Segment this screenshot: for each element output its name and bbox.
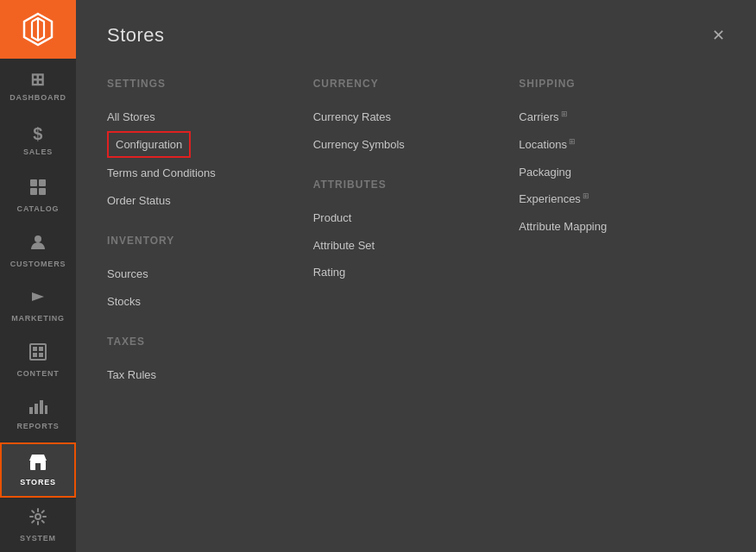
experiences-ext-icon: ⊞	[583, 191, 589, 200]
system-icon	[28, 507, 47, 529]
svg-rect-3	[39, 188, 46, 195]
sidebar-label-catalog: CATALOG	[17, 204, 60, 213]
link-attribute-set[interactable]: Attribute Set	[313, 232, 502, 260]
svg-rect-7	[33, 347, 37, 351]
svg-rect-10	[39, 353, 43, 357]
stores-panel: Stores ✕ Settings All Stores Configurati…	[76, 0, 756, 552]
magento-logo	[21, 12, 55, 47]
stores-icon	[28, 453, 47, 473]
svg-rect-13	[40, 400, 43, 414]
sidebar-label-sales: SALES	[23, 147, 53, 156]
sidebar-item-catalog[interactable]: CATALOG	[0, 168, 76, 223]
menu-grid: Settings All Stores Configuration Terms …	[107, 74, 725, 389]
inventory-heading: Inventory	[107, 235, 296, 247]
sidebar-item-content[interactable]: CONTENT	[0, 333, 76, 388]
reports-svg	[28, 398, 47, 414]
link-currency-rates[interactable]: Currency Rates	[313, 104, 502, 131]
svg-point-4	[35, 235, 41, 242]
column-settings: Settings All Stores Configuration Terms …	[107, 74, 313, 389]
link-sources[interactable]: Sources	[107, 260, 296, 288]
locations-ext-icon: ⊞	[569, 137, 576, 146]
sidebar-item-dashboard[interactable]: ⊞ DASHBOARD	[0, 59, 76, 114]
svg-rect-14	[45, 405, 47, 414]
svg-rect-16	[35, 463, 41, 470]
catalog-icon	[28, 178, 47, 199]
svg-marker-5	[32, 292, 44, 301]
link-stocks[interactable]: Stocks	[107, 288, 296, 316]
svg-rect-2	[30, 188, 37, 195]
link-carriers[interactable]: Carriers⊞	[519, 104, 708, 131]
svg-rect-8	[39, 347, 43, 351]
shipping-heading: Shipping	[519, 78, 708, 90]
link-configuration[interactable]: Configuration	[107, 131, 191, 159]
sidebar-item-marketing[interactable]: MARKETING	[0, 278, 76, 333]
sidebar-item-customers[interactable]: CUSTOMERS	[0, 223, 76, 279]
sidebar-label-reports: REPORTS	[16, 422, 59, 430]
sidebar-logo	[0, 0, 76, 59]
svg-rect-1	[39, 179, 46, 186]
link-tax-rules[interactable]: Tax Rules	[107, 361, 296, 389]
link-packaging[interactable]: Packaging	[519, 159, 708, 186]
link-locations[interactable]: Locations⊞	[519, 131, 708, 159]
link-experiences[interactable]: Experiences⊞	[519, 185, 708, 213]
system-svg	[28, 507, 47, 526]
taxes-heading: Taxes	[107, 336, 296, 348]
settings-heading: Settings	[107, 78, 296, 90]
svg-rect-12	[35, 404, 38, 414]
link-terms[interactable]: Terms and Conditions	[107, 160, 296, 187]
sales-icon: $	[33, 125, 43, 142]
marketing-icon	[28, 287, 47, 309]
close-button[interactable]: ✕	[712, 28, 725, 43]
sidebar-label-content: CONTENT	[16, 369, 59, 378]
sidebar-label-dashboard: DASHBOARD	[9, 93, 66, 102]
link-order-status[interactable]: Order Status	[107, 187, 296, 215]
attributes-heading: Attributes	[313, 179, 502, 191]
carriers-ext-icon: ⊞	[561, 110, 568, 118]
content-svg	[28, 342, 47, 361]
customers-icon	[28, 233, 47, 254]
link-currency-symbols[interactable]: Currency Symbols	[313, 131, 502, 159]
sidebar-item-sales[interactable]: $ SALES	[0, 114, 76, 169]
customers-svg	[28, 233, 47, 252]
sidebar-label-system: SYSTEM	[20, 534, 56, 543]
svg-rect-11	[29, 407, 33, 414]
currency-heading: Currency	[313, 78, 502, 90]
content-icon	[28, 342, 47, 364]
sidebar-item-system[interactable]: SYSTEM	[0, 498, 76, 552]
svg-rect-6	[30, 344, 46, 360]
sidebar-label-marketing: MARKETING	[11, 314, 65, 323]
link-all-stores[interactable]: All Stores	[107, 104, 296, 131]
main-area: Stores ✕ Settings All Stores Configurati…	[76, 0, 756, 552]
sidebar: ⊞ DASHBOARD $ SALES CATALOG CUSTOMERS	[0, 0, 76, 552]
reports-icon	[28, 398, 47, 417]
svg-rect-9	[33, 353, 37, 357]
link-product[interactable]: Product	[313, 204, 502, 232]
sidebar-label-customers: CUSTOMERS	[10, 260, 66, 268]
dashboard-icon: ⊞	[30, 71, 46, 88]
catalog-svg	[28, 178, 47, 197]
stores-svg	[28, 453, 47, 470]
link-attribute-mapping[interactable]: Attribute Mapping	[519, 213, 708, 241]
svg-point-17	[35, 514, 41, 519]
column-currency: Currency Currency Rates Currency Symbols…	[313, 74, 520, 389]
sidebar-item-reports[interactable]: REPORTS	[0, 387, 76, 442]
svg-rect-0	[30, 179, 37, 186]
sidebar-label-stores: STORES	[20, 478, 56, 486]
sidebar-item-stores[interactable]: STORES	[0, 442, 76, 498]
panel-title: Stores	[107, 24, 165, 47]
panel-header: Stores ✕	[107, 24, 725, 47]
marketing-svg	[28, 287, 47, 306]
link-rating[interactable]: Rating	[313, 259, 502, 286]
column-shipping: Shipping Carriers⊞ Locations⊞ Packaging …	[519, 74, 725, 389]
